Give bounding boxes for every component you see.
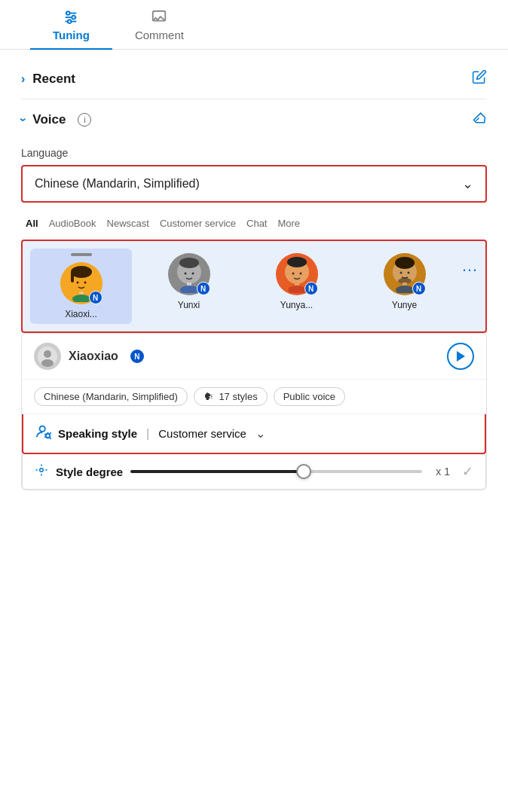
voice-detail-avatar xyxy=(34,343,61,370)
voice-detail-header: Xiaoxiao N xyxy=(22,334,486,380)
svg-point-21 xyxy=(287,257,307,267)
filter-newscast[interactable]: Newscast xyxy=(103,215,154,232)
voice-name-yunxi: Yunxi xyxy=(178,300,200,310)
filter-all[interactable]: All xyxy=(21,215,43,232)
voice-detail-badge: N xyxy=(130,350,144,363)
svg-point-13 xyxy=(84,282,86,284)
play-button[interactable] xyxy=(447,343,474,370)
language-dropdown-chevron: ⌄ xyxy=(462,176,473,192)
style-value: Customer service xyxy=(158,427,246,440)
speaking-style-icon xyxy=(35,423,52,444)
divider-1 xyxy=(21,99,487,99)
voice-grid: N Xiaoxi... N xyxy=(21,240,487,333)
recent-edit-icon[interactable] xyxy=(472,69,487,88)
styles-icon: 🗣 xyxy=(204,391,213,402)
avatar-wrap-yunye: N xyxy=(384,253,426,295)
svg-point-8 xyxy=(71,266,92,278)
voice-name-yunyao: Yunya... xyxy=(280,300,313,310)
voice-chevron-icon: › xyxy=(17,118,30,121)
voice-detail-name: Xiaoxiao xyxy=(69,350,118,363)
voice-info-icon[interactable]: i xyxy=(78,113,91,127)
svg-point-35 xyxy=(41,359,54,367)
comment-icon xyxy=(151,9,167,26)
voice-detail-panel: Xiaoxiao N Chinese (Mandarin, Simplified… xyxy=(21,333,487,490)
tab-comment[interactable]: Comment xyxy=(112,0,207,49)
recent-section-header[interactable]: › Recent xyxy=(21,62,487,96)
speaking-style-label: Speaking style xyxy=(58,427,137,440)
badge-yunxi: N xyxy=(197,282,210,295)
tab-bar: Tuning Comment xyxy=(0,0,508,50)
svg-point-17 xyxy=(180,285,198,293)
degree-value: x 1 xyxy=(436,466,450,478)
svg-point-18 xyxy=(184,273,186,275)
voice-name-xiaoxiao: Xiaoxi... xyxy=(65,309,97,319)
svg-point-25 xyxy=(299,273,301,275)
svg-point-31 xyxy=(399,272,402,274)
voice-tags: Chinese (Mandarin, Simplified) 🗣 17 styl… xyxy=(22,380,486,414)
voice-card-yunye[interactable]: N Yunye xyxy=(353,249,455,315)
svg-point-30 xyxy=(396,285,414,293)
slider-wrap xyxy=(130,470,422,473)
tab-tuning-label: Tuning xyxy=(53,29,90,41)
degree-icon xyxy=(35,463,48,480)
svg-point-39 xyxy=(40,469,44,472)
style-degree-row: Style degree x 1 ✓ xyxy=(22,454,486,490)
style-divider: | xyxy=(146,427,149,441)
tuning-icon xyxy=(63,9,79,26)
svg-point-27 xyxy=(395,257,415,269)
language-value: Chinese (Mandarin, Simplified) xyxy=(35,177,200,191)
svg-point-5 xyxy=(68,20,72,23)
language-label: Language xyxy=(21,147,487,159)
styles-tag: 🗣 17 styles xyxy=(194,387,268,406)
style-degree-slider[interactable] xyxy=(130,470,422,473)
badge-xiaoxiao: N xyxy=(89,291,103,304)
svg-point-11 xyxy=(72,295,90,302)
voice-detail-left: Xiaoxiao N xyxy=(34,343,144,370)
svg-marker-36 xyxy=(457,351,465,362)
svg-point-19 xyxy=(191,273,194,275)
svg-point-15 xyxy=(179,258,199,268)
svg-point-4 xyxy=(72,16,76,20)
voice-card-yunxi[interactable]: N Yunxi xyxy=(138,249,240,315)
filter-more[interactable]: More xyxy=(273,215,304,232)
selected-indicator xyxy=(71,253,92,256)
degree-label: Style degree xyxy=(56,466,123,478)
badge-yunyao: N xyxy=(304,282,318,295)
degree-confirm-icon[interactable]: ✓ xyxy=(462,463,473,480)
voice-section-header[interactable]: › Voice i xyxy=(21,102,487,136)
voice-card-yunyao[interactable]: N Yunya... xyxy=(246,249,347,315)
svg-point-12 xyxy=(76,282,78,284)
filter-audiobook[interactable]: AudioBook xyxy=(44,215,101,232)
more-voices-button[interactable]: … xyxy=(461,249,478,276)
avatar-wrap-yunxi: N xyxy=(168,253,210,295)
speaking-style-row[interactable]: Speaking style | Customer service ⌄ xyxy=(22,414,486,454)
svg-point-34 xyxy=(44,350,51,358)
filter-chat[interactable]: Chat xyxy=(242,215,271,232)
recent-chevron-icon: › xyxy=(21,72,25,86)
recent-header-left: › Recent xyxy=(21,72,75,87)
badge-yunye: N xyxy=(412,282,426,295)
svg-point-32 xyxy=(407,272,409,274)
voice-eraser-icon[interactable] xyxy=(472,110,487,129)
voice-title: Voice xyxy=(32,112,66,127)
public-tag: Public voice xyxy=(274,387,345,406)
voice-name-yunye: Yunye xyxy=(392,300,417,310)
voice-card-xiaoxiao[interactable]: N Xiaoxi... xyxy=(30,249,132,324)
avatar-wrap-xiaoxiao: N xyxy=(60,262,103,304)
filter-customer-service[interactable]: Customer service xyxy=(155,215,240,232)
svg-point-24 xyxy=(292,273,294,275)
main-content: › Recent › Voice i Language Chinese (Man… xyxy=(0,50,508,502)
style-dropdown-chevron: ⌄ xyxy=(256,426,265,441)
tab-comment-label: Comment xyxy=(135,29,184,41)
language-tag: Chinese (Mandarin, Simplified) xyxy=(34,387,188,406)
tab-tuning[interactable]: Tuning xyxy=(30,0,112,49)
svg-point-23 xyxy=(288,285,306,293)
avatar-wrap-yunyao: N xyxy=(276,253,318,295)
filter-tabs: All AudioBook Newscast Customer service … xyxy=(21,215,487,232)
language-dropdown[interactable]: Chinese (Mandarin, Simplified) ⌄ xyxy=(21,165,487,203)
recent-title: Recent xyxy=(32,72,75,87)
voice-header-left: › Voice i xyxy=(21,112,91,127)
svg-point-3 xyxy=(66,11,70,15)
svg-point-38 xyxy=(46,434,50,438)
svg-rect-9 xyxy=(71,272,74,282)
